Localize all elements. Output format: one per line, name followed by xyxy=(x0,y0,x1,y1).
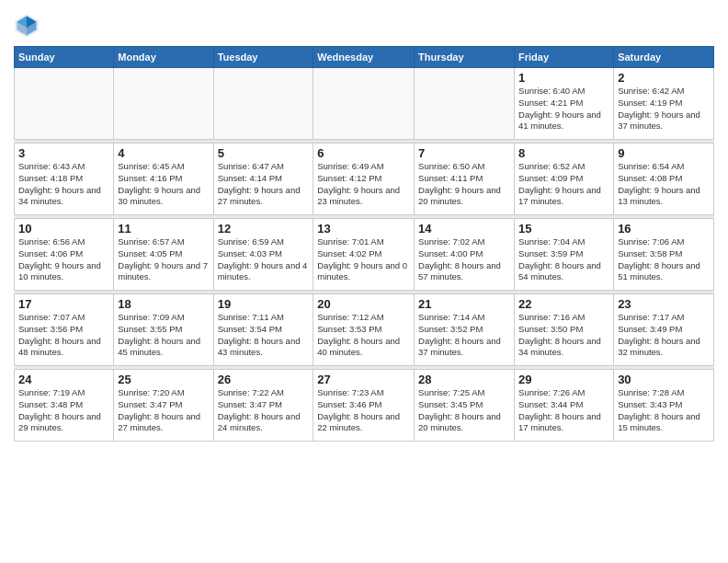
day-number: 10 xyxy=(18,222,109,236)
day-number: 22 xyxy=(518,297,609,311)
day-number: 19 xyxy=(218,297,310,311)
weekday-header-monday: Monday xyxy=(114,47,213,68)
day-info: Sunrise: 7:17 AM Sunset: 3:49 PM Dayligh… xyxy=(618,312,710,359)
day-info: Sunrise: 7:16 AM Sunset: 3:50 PM Dayligh… xyxy=(518,312,609,359)
day-info: Sunrise: 7:28 AM Sunset: 3:43 PM Dayligh… xyxy=(618,387,710,434)
calendar-cell xyxy=(15,68,114,140)
calendar-cell: 18Sunrise: 7:09 AM Sunset: 3:55 PM Dayli… xyxy=(114,294,213,366)
calendar-cell: 7Sunrise: 6:50 AM Sunset: 4:11 PM Daylig… xyxy=(415,144,515,215)
calendar-cell: 5Sunrise: 6:47 AM Sunset: 4:14 PM Daylig… xyxy=(213,144,313,215)
day-number: 25 xyxy=(118,373,209,386)
calendar-table: SundayMondayTuesdayWednesdayThursdayFrid… xyxy=(14,46,714,442)
logo xyxy=(14,13,43,39)
calendar-cell: 28Sunrise: 7:25 AM Sunset: 3:45 PM Dayli… xyxy=(415,370,515,442)
calendar-cell xyxy=(415,68,515,140)
day-info: Sunrise: 6:52 AM Sunset: 4:09 PM Dayligh… xyxy=(518,161,609,208)
day-info: Sunrise: 7:01 AM Sunset: 4:02 PM Dayligh… xyxy=(317,236,410,283)
calendar-week-4: 17Sunrise: 7:07 AM Sunset: 3:56 PM Dayli… xyxy=(15,294,714,366)
day-number: 4 xyxy=(118,146,209,160)
day-info: Sunrise: 7:23 AM Sunset: 3:46 PM Dayligh… xyxy=(317,387,410,434)
day-info: Sunrise: 7:09 AM Sunset: 3:55 PM Dayligh… xyxy=(118,312,209,359)
calendar-cell: 22Sunrise: 7:16 AM Sunset: 3:50 PM Dayli… xyxy=(515,294,614,366)
day-number: 23 xyxy=(618,297,710,311)
day-info: Sunrise: 7:25 AM Sunset: 3:45 PM Dayligh… xyxy=(418,387,510,434)
day-info: Sunrise: 6:45 AM Sunset: 4:16 PM Dayligh… xyxy=(118,161,209,208)
calendar-cell: 11Sunrise: 6:57 AM Sunset: 4:05 PM Dayli… xyxy=(114,219,213,291)
calendar-cell: 12Sunrise: 6:59 AM Sunset: 4:03 PM Dayli… xyxy=(213,219,313,291)
calendar-cell: 21Sunrise: 7:14 AM Sunset: 3:52 PM Dayli… xyxy=(415,294,515,366)
day-number: 21 xyxy=(418,297,510,311)
calendar-week-5: 24Sunrise: 7:19 AM Sunset: 3:48 PM Dayli… xyxy=(15,370,714,442)
day-info: Sunrise: 6:56 AM Sunset: 4:06 PM Dayligh… xyxy=(18,236,109,283)
day-number: 30 xyxy=(618,373,710,386)
calendar-cell: 25Sunrise: 7:20 AM Sunset: 3:47 PM Dayli… xyxy=(114,370,213,442)
day-info: Sunrise: 7:06 AM Sunset: 3:58 PM Dayligh… xyxy=(618,236,710,283)
day-number: 9 xyxy=(618,146,710,160)
day-info: Sunrise: 6:59 AM Sunset: 4:03 PM Dayligh… xyxy=(218,236,310,283)
calendar-week-1: 1Sunrise: 6:40 AM Sunset: 4:21 PM Daylig… xyxy=(15,68,714,140)
calendar-cell: 10Sunrise: 6:56 AM Sunset: 4:06 PM Dayli… xyxy=(15,219,114,291)
day-info: Sunrise: 7:22 AM Sunset: 3:47 PM Dayligh… xyxy=(218,387,310,434)
calendar-week-3: 10Sunrise: 6:56 AM Sunset: 4:06 PM Dayli… xyxy=(15,219,714,291)
calendar-cell: 14Sunrise: 7:02 AM Sunset: 4:00 PM Dayli… xyxy=(415,219,515,291)
calendar-cell: 26Sunrise: 7:22 AM Sunset: 3:47 PM Dayli… xyxy=(213,370,313,442)
calendar-cell: 6Sunrise: 6:49 AM Sunset: 4:12 PM Daylig… xyxy=(313,144,415,215)
day-number: 11 xyxy=(118,222,209,236)
weekday-header-tuesday: Tuesday xyxy=(213,47,313,68)
day-info: Sunrise: 6:47 AM Sunset: 4:14 PM Dayligh… xyxy=(218,161,310,208)
calendar-cell: 24Sunrise: 7:19 AM Sunset: 3:48 PM Dayli… xyxy=(15,370,114,442)
day-info: Sunrise: 7:07 AM Sunset: 3:56 PM Dayligh… xyxy=(18,312,109,359)
calendar-cell: 29Sunrise: 7:26 AM Sunset: 3:44 PM Dayli… xyxy=(515,370,614,442)
page-container: SundayMondayTuesdayWednesdayThursdayFrid… xyxy=(0,0,728,446)
day-number: 26 xyxy=(218,373,310,386)
calendar-cell: 4Sunrise: 6:45 AM Sunset: 4:16 PM Daylig… xyxy=(114,144,213,215)
calendar-cell: 8Sunrise: 6:52 AM Sunset: 4:09 PM Daylig… xyxy=(515,144,614,215)
day-info: Sunrise: 6:54 AM Sunset: 4:08 PM Dayligh… xyxy=(618,161,710,208)
day-info: Sunrise: 7:04 AM Sunset: 3:59 PM Dayligh… xyxy=(518,236,609,283)
day-info: Sunrise: 7:14 AM Sunset: 3:52 PM Dayligh… xyxy=(418,312,510,359)
weekday-header-wednesday: Wednesday xyxy=(313,47,415,68)
calendar-cell xyxy=(114,68,213,140)
day-info: Sunrise: 7:02 AM Sunset: 4:00 PM Dayligh… xyxy=(418,236,510,283)
calendar-cell xyxy=(313,68,415,140)
calendar-cell: 2Sunrise: 6:42 AM Sunset: 4:19 PM Daylig… xyxy=(614,68,714,140)
day-info: Sunrise: 7:12 AM Sunset: 3:53 PM Dayligh… xyxy=(317,312,410,359)
day-number: 8 xyxy=(518,146,609,160)
day-info: Sunrise: 6:43 AM Sunset: 4:18 PM Dayligh… xyxy=(18,161,109,208)
calendar-cell: 9Sunrise: 6:54 AM Sunset: 4:08 PM Daylig… xyxy=(614,144,714,215)
calendar-cell: 19Sunrise: 7:11 AM Sunset: 3:54 PM Dayli… xyxy=(213,294,313,366)
calendar-cell: 13Sunrise: 7:01 AM Sunset: 4:02 PM Dayli… xyxy=(313,219,415,291)
day-info: Sunrise: 6:57 AM Sunset: 4:05 PM Dayligh… xyxy=(118,236,209,283)
calendar-cell: 16Sunrise: 7:06 AM Sunset: 3:58 PM Dayli… xyxy=(614,219,714,291)
calendar-cell: 17Sunrise: 7:07 AM Sunset: 3:56 PM Dayli… xyxy=(15,294,114,366)
calendar-cell: 3Sunrise: 6:43 AM Sunset: 4:18 PM Daylig… xyxy=(15,144,114,215)
day-info: Sunrise: 6:50 AM Sunset: 4:11 PM Dayligh… xyxy=(418,161,510,208)
weekday-header-thursday: Thursday xyxy=(415,47,515,68)
calendar-cell: 20Sunrise: 7:12 AM Sunset: 3:53 PM Dayli… xyxy=(313,294,415,366)
day-info: Sunrise: 7:19 AM Sunset: 3:48 PM Dayligh… xyxy=(18,387,109,434)
day-number: 6 xyxy=(317,146,410,160)
logo-icon xyxy=(14,13,40,39)
calendar-cell xyxy=(213,68,313,140)
day-number: 2 xyxy=(618,71,710,85)
calendar-cell: 30Sunrise: 7:28 AM Sunset: 3:43 PM Dayli… xyxy=(614,370,714,442)
weekday-header-row: SundayMondayTuesdayWednesdayThursdayFrid… xyxy=(15,47,714,68)
calendar-cell: 15Sunrise: 7:04 AM Sunset: 3:59 PM Dayli… xyxy=(515,219,614,291)
day-number: 15 xyxy=(518,222,609,236)
day-info: Sunrise: 6:42 AM Sunset: 4:19 PM Dayligh… xyxy=(618,86,710,132)
day-number: 13 xyxy=(317,222,410,236)
calendar-cell: 1Sunrise: 6:40 AM Sunset: 4:21 PM Daylig… xyxy=(515,68,614,140)
day-number: 24 xyxy=(18,373,109,386)
calendar-cell: 27Sunrise: 7:23 AM Sunset: 3:46 PM Dayli… xyxy=(313,370,415,442)
day-number: 20 xyxy=(317,297,410,311)
weekday-header-saturday: Saturday xyxy=(614,47,714,68)
day-number: 1 xyxy=(518,71,609,85)
day-number: 27 xyxy=(317,373,410,386)
day-info: Sunrise: 6:49 AM Sunset: 4:12 PM Dayligh… xyxy=(317,161,410,208)
day-info: Sunrise: 7:11 AM Sunset: 3:54 PM Dayligh… xyxy=(218,312,310,359)
day-number: 12 xyxy=(218,222,310,236)
day-number: 28 xyxy=(418,373,510,386)
header-section xyxy=(14,9,714,39)
day-number: 5 xyxy=(218,146,310,160)
weekday-header-friday: Friday xyxy=(515,47,614,68)
